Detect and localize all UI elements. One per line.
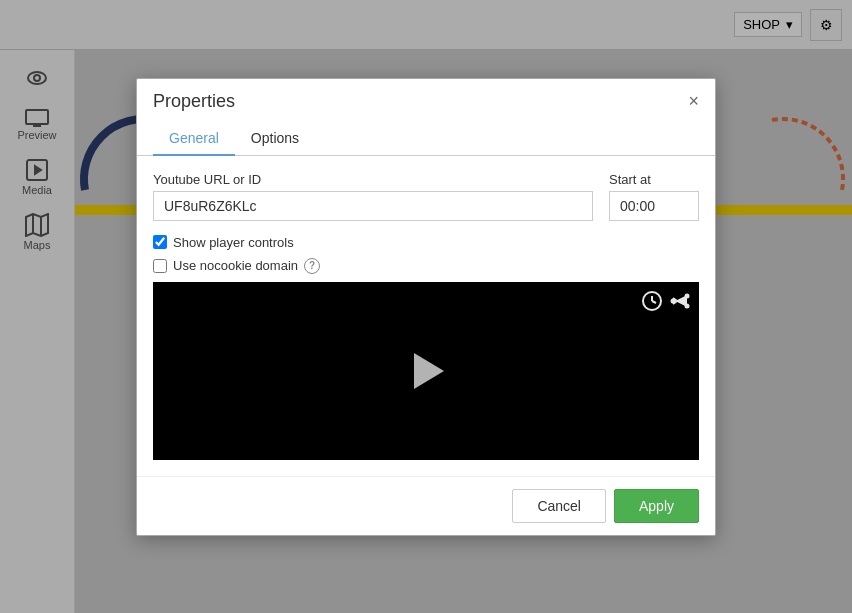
- modal-footer: Cancel Apply: [137, 476, 715, 535]
- start-at-input[interactable]: [609, 191, 699, 221]
- svg-point-17: [671, 298, 676, 303]
- nocookie-checkbox[interactable]: [153, 259, 167, 273]
- svg-point-15: [685, 293, 690, 298]
- cancel-button[interactable]: Cancel: [512, 489, 606, 523]
- video-preview: [153, 282, 699, 460]
- modal-body: Youtube URL or ID Start at Show player c…: [137, 156, 715, 476]
- url-row: Youtube URL or ID Start at: [153, 172, 699, 221]
- youtube-label: Youtube URL or ID: [153, 172, 593, 187]
- apply-button[interactable]: Apply: [614, 489, 699, 523]
- svg-point-16: [685, 303, 690, 308]
- modal-close-button[interactable]: ×: [688, 92, 699, 110]
- nocookie-row: Use nocookie domain ?: [153, 258, 699, 274]
- nocookie-label: Use nocookie domain: [173, 258, 298, 273]
- show-player-label: Show player controls: [173, 235, 294, 250]
- video-play-button[interactable]: [406, 351, 446, 391]
- modal-title: Properties: [153, 91, 235, 112]
- start-at-label: Start at: [609, 172, 699, 187]
- youtube-field-group: Youtube URL or ID: [153, 172, 593, 221]
- play-triangle-icon: [414, 353, 444, 389]
- svg-line-12: [652, 301, 656, 303]
- show-player-row: Show player controls: [153, 235, 699, 250]
- modal-tabs: General Options: [137, 122, 715, 156]
- help-icon[interactable]: ?: [304, 258, 320, 274]
- tab-general[interactable]: General: [153, 122, 235, 156]
- clock-icon[interactable]: [641, 290, 663, 315]
- properties-modal: Properties × General Options Youtube URL…: [136, 78, 716, 536]
- share-icon[interactable]: [669, 290, 691, 315]
- start-at-field-group: Start at: [609, 172, 699, 221]
- youtube-input[interactable]: [153, 191, 593, 221]
- tab-options[interactable]: Options: [235, 122, 315, 156]
- show-player-checkbox[interactable]: [153, 235, 167, 249]
- modal-header: Properties ×: [137, 79, 715, 122]
- video-icon-bar: [641, 290, 691, 315]
